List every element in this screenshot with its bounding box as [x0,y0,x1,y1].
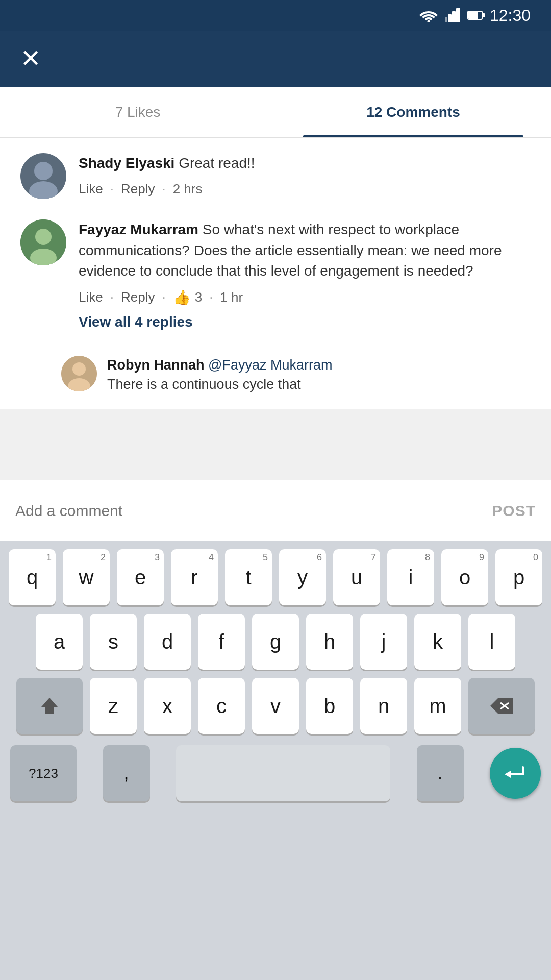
avatar [61,356,97,391]
comment-text: Fayyaz Mukarram So what's next with resp… [79,219,531,282]
view-all-replies-button[interactable]: View all 4 replies [79,314,531,330]
battery-icon [467,11,483,20]
key-c[interactable]: c [198,678,245,734]
backspace-key[interactable] [468,678,535,734]
key-i[interactable]: 8i [387,549,434,605]
likes-number: 3 [195,289,202,305]
key-v[interactable]: v [252,678,299,734]
key-x[interactable]: x [144,678,191,734]
nav-bar: ✕ [0,31,551,87]
wifi-icon [419,8,438,22]
shift-key[interactable] [16,678,83,734]
reply-text: Robyn Hannah @Fayyaz Mukarram [107,356,531,375]
reply-body: Robyn Hannah @Fayyaz Mukarram There is a… [107,356,531,395]
key-n[interactable]: n [360,678,407,734]
reply-mention: @Fayyaz Mukarram [208,357,332,373]
status-icons: 12:30 [419,6,531,25]
key-m[interactable]: m [414,678,461,734]
comment-item: Fayyaz Mukarram So what's next with resp… [20,219,531,335]
key-r[interactable]: 4r [171,549,218,605]
num-switch-key[interactable]: ?123 [10,745,77,801]
key-d[interactable]: d [144,614,191,670]
key-j[interactable]: j [360,614,407,670]
post-button[interactable]: POST [492,502,536,520]
close-button[interactable]: ✕ [20,46,41,71]
shift-icon [40,697,59,715]
reply-author: Robyn Hannah [107,357,205,373]
comment-actions: Like · Reply · 👍 3 · 1 hr [79,289,531,306]
key-b[interactable]: b [306,678,353,734]
keyboard: 1q 2w 3e 4r 5t 6y 7u 8i 9o 0p a s d f g … [0,541,551,980]
key-e[interactable]: 3e [117,549,164,605]
svg-marker-18 [505,771,511,778]
comment-input-bar: POST [0,480,551,541]
enter-key[interactable] [490,748,541,799]
reply-button[interactable]: Reply [121,181,155,197]
like-count: 👍 3 [173,289,202,306]
key-o[interactable]: 9o [441,549,488,605]
tab-comments[interactable]: 12 Comments [276,87,551,137]
comment-time: 2 hrs [173,181,203,197]
svg-rect-3 [448,14,452,22]
comment-body: Fayyaz Mukarram So what's next with resp… [79,219,531,335]
svg-point-12 [72,362,86,376]
svg-rect-15 [46,710,53,713]
keyboard-row-3: z x c v b n m [0,678,551,734]
svg-point-6 [29,181,58,199]
key-s[interactable]: s [90,614,137,670]
like-button[interactable]: Like [79,289,103,305]
comma-key[interactable]: , [103,745,150,801]
like-button[interactable]: Like [79,181,103,197]
svg-rect-2 [452,11,456,22]
key-k[interactable]: k [414,614,461,670]
thumbs-up-icon: 👍 [173,289,191,306]
tab-bar: 7 Likes 12 Comments [0,87,551,138]
keyboard-row-2: a s d f g h j k l [0,614,551,670]
key-f[interactable]: f [198,614,245,670]
svg-point-9 [35,229,52,245]
comment-author: Fayyaz Mukarram [79,222,198,237]
svg-point-5 [34,162,53,180]
period-key[interactable]: . [417,745,464,801]
backspace-icon [490,698,513,714]
reply-preview: There is a continuous cycle that [107,375,531,395]
comment-time: 1 hr [220,289,243,305]
key-q[interactable]: 1q [9,549,56,605]
svg-rect-4 [445,17,447,22]
avatar-image [61,356,97,391]
status-time: 12:30 [490,6,531,25]
key-u[interactable]: 7u [333,549,380,605]
signal-icon [445,8,460,22]
comments-area: Shady Elyaski Great read!! Like · Reply … [0,138,551,409]
reply-item: Robyn Hannah @Fayyaz Mukarram There is a… [61,356,531,395]
status-bar: 12:30 [0,0,551,31]
key-t[interactable]: 5t [225,549,272,605]
comment-input[interactable] [15,502,482,520]
key-g[interactable]: g [252,614,299,670]
enter-icon [503,763,528,783]
key-l[interactable]: l [468,614,515,670]
reply-button[interactable]: Reply [121,289,155,305]
comment-body: Shady Elyaski Great read!! Like · Reply … [79,153,531,197]
avatar-image [20,153,66,199]
avatar [20,219,66,265]
svg-point-0 [427,20,430,23]
key-a[interactable]: a [36,614,83,670]
tab-likes[interactable]: 7 Likes [0,87,276,137]
space-key[interactable] [176,745,390,801]
key-z[interactable]: z [90,678,137,734]
key-p[interactable]: 0p [495,549,542,605]
keyboard-bottom-row: ?123 , . [0,745,551,801]
comment-author: Shady Elyaski [79,155,174,171]
key-h[interactable]: h [306,614,353,670]
keyboard-row-1: 1q 2w 3e 4r 5t 6y 7u 8i 9o 0p [0,549,551,605]
comment-actions: Like · Reply · 2 hrs [79,181,531,197]
svg-rect-1 [456,8,460,22]
key-w[interactable]: 2w [63,549,110,605]
comment-item: Shady Elyaski Great read!! Like · Reply … [20,153,531,199]
avatar [20,153,66,199]
key-y[interactable]: 6y [279,549,326,605]
comment-text: Shady Elyaski Great read!! [79,153,531,174]
avatar-image [20,219,66,265]
